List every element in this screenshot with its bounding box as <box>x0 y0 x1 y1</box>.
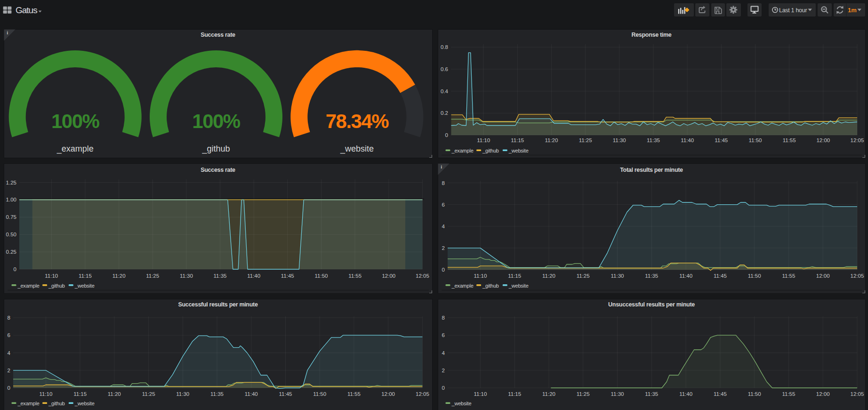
svg-text:_website: _website <box>74 401 95 406</box>
svg-text:11:25: 11:25 <box>142 391 155 397</box>
svg-text:11:15: 11:15 <box>508 273 521 279</box>
svg-text:_website: _website <box>340 144 374 154</box>
svg-text:_example: _example <box>17 283 40 289</box>
svg-text:_website: _website <box>508 283 529 289</box>
svg-text:11:35: 11:35 <box>214 273 227 279</box>
svg-text:12:00: 12:00 <box>381 391 395 397</box>
svg-text:11:30: 11:30 <box>613 137 626 143</box>
svg-text:11:55: 11:55 <box>783 137 796 143</box>
svg-text:11:30: 11:30 <box>180 273 193 279</box>
svg-text:11:10: 11:10 <box>474 273 487 279</box>
svg-text:11:50: 11:50 <box>315 273 328 279</box>
svg-text:8: 8 <box>442 315 445 321</box>
svg-text:1.25: 1.25 <box>6 180 16 185</box>
svg-text:i: i <box>441 165 442 169</box>
svg-text:12:00: 12:00 <box>382 273 395 279</box>
svg-text:0.50: 0.50 <box>6 232 16 237</box>
svg-text:12:05: 12:05 <box>851 273 864 279</box>
svg-text:_example: _example <box>451 148 474 153</box>
svg-text:1.00: 1.00 <box>6 197 16 202</box>
svg-text:11:55: 11:55 <box>347 391 361 397</box>
svg-text:_github: _github <box>482 283 499 289</box>
svg-text:_example: _example <box>56 144 94 154</box>
svg-text:11:25: 11:25 <box>146 273 159 279</box>
svg-text:11:15: 11:15 <box>508 391 521 397</box>
svg-text:100%: 100% <box>192 110 241 132</box>
svg-text:Total results per minute: Total results per minute <box>620 167 683 173</box>
svg-text:12:05: 12:05 <box>851 391 864 397</box>
svg-text:11:55: 11:55 <box>782 391 795 397</box>
svg-text:12:00: 12:00 <box>816 137 830 143</box>
svg-text:11:20: 11:20 <box>113 273 126 279</box>
svg-text:0: 0 <box>442 267 445 273</box>
svg-text:0: 0 <box>14 266 16 272</box>
svg-text:11:10: 11:10 <box>39 391 52 397</box>
svg-text:8: 8 <box>442 180 445 186</box>
svg-text:11:50: 11:50 <box>748 391 761 397</box>
svg-text:0: 0 <box>442 385 445 391</box>
svg-text:11:30: 11:30 <box>611 391 624 397</box>
svg-text:6: 6 <box>442 332 445 338</box>
svg-text:11:30: 11:30 <box>611 273 624 279</box>
svg-text:4: 4 <box>442 224 445 229</box>
svg-text:11:50: 11:50 <box>749 137 762 143</box>
svg-text:Success rate: Success rate <box>201 167 235 173</box>
svg-text:Unsuccessful results per minut: Unsuccessful results per minute <box>608 301 695 308</box>
svg-text:11:10: 11:10 <box>477 137 490 143</box>
svg-text:0.4: 0.4 <box>441 88 449 94</box>
svg-text:2: 2 <box>8 368 10 373</box>
svg-text:11:40: 11:40 <box>679 391 692 397</box>
svg-text:2: 2 <box>442 245 445 251</box>
svg-text:11:15: 11:15 <box>73 391 87 397</box>
svg-text:12:05: 12:05 <box>416 273 429 279</box>
svg-text:11:30: 11:30 <box>176 391 189 397</box>
svg-text:_website: _website <box>74 283 95 289</box>
svg-text:11:40: 11:40 <box>679 273 692 279</box>
svg-text:12:05: 12:05 <box>851 137 864 143</box>
svg-text:4: 4 <box>442 350 445 356</box>
svg-text:11:15: 11:15 <box>79 273 92 279</box>
svg-text:11:35: 11:35 <box>645 391 658 397</box>
svg-text:11:10: 11:10 <box>474 391 487 397</box>
svg-text:11:45: 11:45 <box>281 273 294 279</box>
svg-text:_website: _website <box>508 148 529 153</box>
svg-text:11:20: 11:20 <box>545 137 558 143</box>
svg-text:11:45: 11:45 <box>715 137 728 143</box>
svg-text:11:40: 11:40 <box>247 273 260 279</box>
svg-text:_website: _website <box>451 401 472 406</box>
svg-text:11:40: 11:40 <box>681 137 694 143</box>
svg-text:100%: 100% <box>51 110 100 132</box>
svg-text:0.6: 0.6 <box>441 66 448 72</box>
svg-text:11:25: 11:25 <box>577 391 590 397</box>
svg-text:2: 2 <box>442 368 445 373</box>
svg-text:11:35: 11:35 <box>645 273 658 279</box>
svg-text:11:25: 11:25 <box>577 273 590 279</box>
svg-text:Success rate: Success rate <box>201 32 235 38</box>
svg-text:_example: _example <box>451 283 474 289</box>
svg-text:4: 4 <box>8 350 11 356</box>
svg-text:11:35: 11:35 <box>210 391 224 397</box>
svg-text:0: 0 <box>8 385 10 391</box>
svg-text:_github: _github <box>48 401 65 406</box>
svg-text:0.75: 0.75 <box>6 214 16 220</box>
svg-text:11:20: 11:20 <box>108 391 121 397</box>
svg-text:11:20: 11:20 <box>542 273 555 279</box>
svg-text:8: 8 <box>8 315 10 321</box>
svg-text:11:45: 11:45 <box>279 391 292 397</box>
svg-text:11:20: 11:20 <box>542 391 555 397</box>
svg-text:0.2: 0.2 <box>441 110 448 116</box>
svg-text:Successful results per minute: Successful results per minute <box>178 301 257 308</box>
svg-text:12:00: 12:00 <box>816 391 830 397</box>
svg-text:78.34%: 78.34% <box>326 110 389 132</box>
svg-text:11:15: 11:15 <box>511 137 524 143</box>
svg-text:11:50: 11:50 <box>313 391 326 397</box>
svg-text:0.8: 0.8 <box>441 44 448 50</box>
svg-text:0: 0 <box>445 132 448 138</box>
svg-text:11:35: 11:35 <box>647 137 660 143</box>
svg-text:11:25: 11:25 <box>579 137 592 143</box>
svg-text:i: i <box>7 31 8 35</box>
svg-text:_example: _example <box>17 401 40 406</box>
svg-text:_github: _github <box>201 144 230 154</box>
svg-text:12:00: 12:00 <box>816 273 830 279</box>
svg-text:11:10: 11:10 <box>45 273 58 279</box>
